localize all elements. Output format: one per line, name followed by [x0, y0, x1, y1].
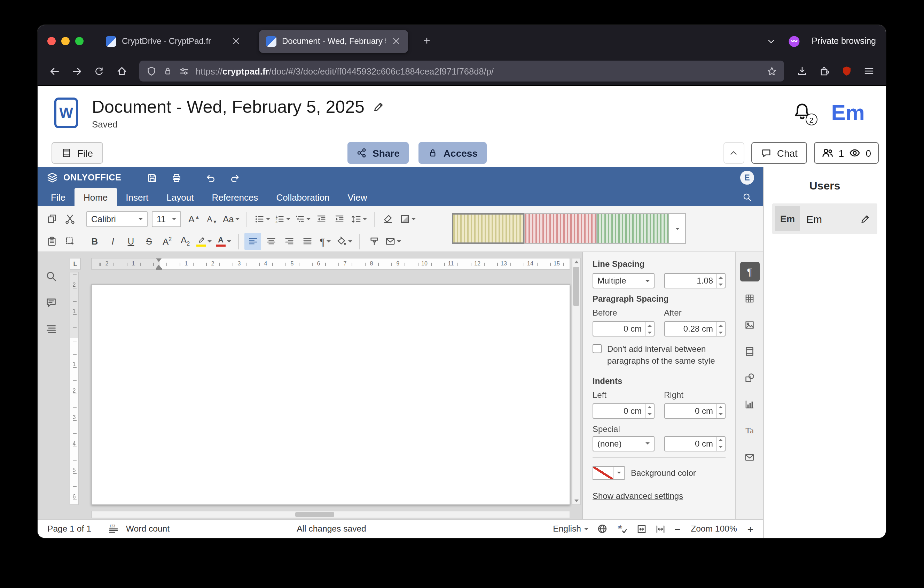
text-art-settings-icon[interactable]: Ta	[740, 421, 759, 440]
url-bar[interactable]: https://cryptpad.fr/doc/#/3/doc/edit/ff0…	[139, 61, 784, 81]
highlight-color-button[interactable]	[195, 233, 213, 250]
menu-tab-layout[interactable]: Layout	[157, 188, 203, 206]
table-settings-icon[interactable]	[740, 288, 759, 308]
close-tab-icon[interactable]	[391, 36, 401, 46]
menu-tab-insert[interactable]: Insert	[117, 188, 157, 206]
access-button[interactable]: Access	[419, 142, 487, 164]
notifications-bell[interactable]: 2	[792, 102, 813, 124]
align-right-button[interactable]	[280, 233, 297, 250]
edit-title-pencil-icon[interactable]	[373, 101, 385, 112]
left-indent-marker[interactable]	[156, 268, 162, 270]
paste-button[interactable]	[43, 233, 60, 250]
style-preset-1[interactable]	[452, 213, 524, 244]
select-all-button[interactable]	[61, 233, 78, 250]
font-size-select[interactable]: 11	[152, 211, 181, 227]
scroll-down-arrow[interactable]	[574, 499, 578, 502]
redo-button[interactable]	[226, 169, 244, 186]
spinner[interactable]	[716, 437, 725, 451]
chat-button[interactable]: Chat	[751, 142, 807, 164]
forward-button[interactable]	[67, 61, 87, 81]
numbered-list-button[interactable]	[273, 210, 292, 228]
permissions-sliders-icon[interactable]	[179, 66, 190, 76]
reload-button[interactable]	[89, 61, 109, 81]
file-button[interactable]: File	[51, 142, 103, 164]
strikethrough-button[interactable]: S	[141, 233, 157, 250]
fit-to-width-icon[interactable]	[655, 524, 666, 534]
line-spacing-mode-select[interactable]: Multiple	[592, 273, 654, 288]
bold-button[interactable]: B	[86, 233, 103, 250]
collapse-toolbar-button[interactable]	[723, 142, 744, 164]
decrease-indent-button[interactable]	[314, 210, 330, 228]
list-tabs-chevron-icon[interactable]	[766, 36, 776, 46]
change-case-button[interactable]: Aa	[221, 210, 241, 228]
vertical-scrollbar[interactable]	[572, 258, 581, 505]
zoom-in-button[interactable]: +	[747, 523, 753, 535]
fullscreen-window-button[interactable]	[75, 37, 84, 45]
spinner[interactable]	[716, 322, 725, 336]
close-window-button[interactable]	[47, 37, 56, 45]
ublock-extension-icon[interactable]	[836, 61, 856, 81]
document-page[interactable]	[91, 284, 570, 505]
horizontal-ruler[interactable]: 21123456789101112131415	[91, 258, 570, 269]
bullet-list-button[interactable]	[253, 210, 272, 228]
find-icon[interactable]	[45, 270, 57, 282]
scrollbar-thumb[interactable]	[573, 267, 579, 306]
fit-to-page-icon[interactable]	[637, 524, 647, 534]
menu-tab-references[interactable]: References	[203, 188, 267, 206]
menu-tab-collaboration[interactable]: Collaboration	[267, 188, 338, 206]
copy-button[interactable]	[43, 210, 60, 228]
language-selector[interactable]: English	[553, 524, 589, 533]
show-advanced-settings-link[interactable]: Show advanced settings	[592, 491, 726, 501]
user-avatar[interactable]: Em	[832, 100, 865, 126]
home-button[interactable]	[111, 61, 132, 81]
zoom-out-button[interactable]: −	[674, 523, 681, 535]
indent-left-input[interactable]: 0 cm	[592, 403, 654, 419]
decrease-font-size-button[interactable]: A▾	[203, 210, 220, 228]
copy-style-button[interactable]	[366, 233, 382, 250]
justify-button[interactable]	[299, 233, 315, 250]
word-count-label[interactable]: Word count	[126, 524, 170, 533]
menu-tab-file[interactable]: File	[42, 188, 74, 206]
hanging-indent-marker[interactable]	[156, 265, 162, 268]
collaborator-avatar[interactable]: E	[740, 171, 754, 185]
underline-button[interactable]: U	[122, 233, 139, 250]
styles-gallery-expand-button[interactable]	[669, 213, 686, 244]
align-center-button[interactable]	[262, 233, 279, 250]
paragraph-shading-button[interactable]	[398, 210, 417, 228]
search-button[interactable]	[742, 188, 759, 206]
lock-icon[interactable]	[163, 66, 173, 76]
special-indent-select[interactable]: (none)	[592, 436, 654, 451]
share-button[interactable]: Share	[347, 142, 409, 164]
menu-hamburger-button[interactable]	[858, 61, 879, 81]
subscript-button[interactable]: A2	[177, 233, 193, 250]
participants-counter[interactable]: 1 0	[814, 142, 879, 164]
user-list-item[interactable]: Em Em	[772, 203, 877, 234]
font-color-button[interactable]: A	[214, 233, 233, 250]
mail-merge-button[interactable]	[384, 233, 403, 250]
indent-right-input[interactable]: 0 cm	[664, 403, 726, 419]
nonprinting-characters-button[interactable]: ¶	[317, 233, 333, 250]
vertical-ruler[interactable]: 21123456	[69, 272, 79, 505]
print-button[interactable]	[167, 169, 186, 186]
rename-user-pencil-icon[interactable]	[860, 213, 870, 224]
minimize-window-button[interactable]	[61, 37, 69, 45]
clear-style-button[interactable]	[380, 210, 397, 228]
close-tab-icon[interactable]	[231, 36, 241, 46]
superscript-button[interactable]: A2	[159, 233, 175, 250]
downloads-button[interactable]	[792, 61, 812, 81]
spinner[interactable]	[644, 322, 653, 336]
background-color-dropdown[interactable]	[614, 466, 625, 480]
special-indent-value-input[interactable]: 0 cm	[664, 436, 726, 451]
navigation-outline-icon[interactable]	[45, 323, 57, 335]
italic-button[interactable]: I	[104, 233, 121, 250]
tab-cryptdrive[interactable]: CryptDrive - CryptPad.fr	[99, 30, 248, 53]
page-count-label[interactable]: Page 1 of 1	[47, 524, 91, 533]
chart-settings-icon[interactable]	[740, 394, 759, 414]
font-name-select[interactable]: Calibri	[86, 211, 148, 227]
set-language-globe-icon[interactable]	[597, 523, 608, 534]
style-preset-2[interactable]	[524, 213, 597, 244]
multilevel-list-button[interactable]	[293, 210, 312, 228]
url-text[interactable]: https://cryptpad.fr/doc/#/3/doc/edit/ff0…	[196, 66, 761, 76]
align-left-button[interactable]	[244, 233, 261, 250]
bookmark-star-icon[interactable]	[767, 66, 777, 76]
